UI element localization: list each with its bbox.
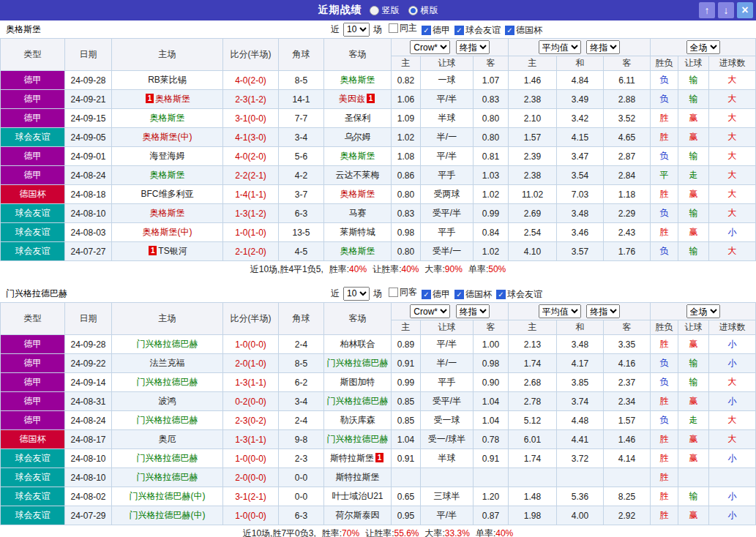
match-score: 2-0(0-0) [223,468,279,487]
draw-odds: 3.57 [557,242,604,261]
match-score: 1-3(1-1) [223,430,279,449]
match-score: 1-0(0-0) [223,449,279,468]
odds-company-select[interactable]: Crow* [410,40,450,54]
avg-select[interactable]: 平均值 [539,40,581,54]
ah-line: 半球 [421,109,474,128]
match-date: 24-08-10 [65,468,112,487]
odds-time-select[interactable]: 终指 [456,40,490,54]
away-win-odds: 1.18 [604,185,651,204]
recent-matches-table: 类型 日期 主场 比分(半场) 角球 客场 Crow* 终指 平均值 终指 全场 [0,302,756,525]
odds-company-select[interactable]: Crow* [410,304,450,318]
away-win-odds: 1.76 [604,242,651,261]
away-win-odds: 4.16 [604,354,651,373]
match-date: 24-09-22 [65,354,112,373]
team-name: 门兴格拉德巴赫 [6,288,123,300]
league-badge: 球会友谊 [1,128,65,147]
checkbox-box[interactable] [389,288,398,297]
close-button[interactable]: × [737,2,753,18]
filter-checkbox-球会友谊[interactable]: ✓球会友谊 [496,288,542,301]
ah-home-odds: 1.08 [392,147,421,166]
handicap-result: 赢 [678,335,709,354]
red-card-badge: 1 [146,94,154,103]
goals-result: 大 [709,147,756,166]
red-card-badge: 1 [375,453,383,462]
checkbox-box[interactable]: ✓ [496,290,506,299]
avg-time-select[interactable]: 终指 [586,40,620,54]
goals-result: 小 [709,392,756,411]
home-team: 波鸿 [112,392,223,411]
checkbox-box[interactable]: ✓ [454,290,464,299]
ah-away-odds: 0.87 [474,506,509,525]
corner-count: 6-3 [279,506,324,525]
match-row: 德甲24-08-24门兴格拉德巴赫2-3(0-2)2-4勒沃库森0.85受一球1… [1,411,756,430]
ah-home-odds: 0.80 [392,242,421,261]
home-team: 门兴格拉德巴赫 [112,335,223,354]
layout-horizontal-option[interactable]: 横版 [408,4,438,17]
col-away: 客场 [324,303,392,335]
checkbox-label: 同客 [400,286,417,298]
filter-checkbox-德甲[interactable]: ✓德甲 [422,24,450,37]
europe-odds-header: 平均值 终指 [509,303,651,320]
corner-count: 6-2 [279,373,324,392]
scope-select[interactable]: 全场 [686,40,720,54]
ah-line: 受半/一 [421,242,474,261]
col-handicap-result: 让球 [678,56,709,71]
ah-home-odds: 0.80 [392,185,421,204]
ah-away-odds: 0.91 [474,449,509,468]
col-ah-away: 客 [474,320,509,335]
corner-count: 3-7 [279,185,324,204]
avg-time-select[interactable]: 终指 [586,304,620,318]
home-win-odds: 1.46 [509,71,557,90]
checkbox-box[interactable]: ✓ [422,26,431,35]
filter-checkbox-同主[interactable]: 同主 [389,22,417,34]
handicap-result: 输 [678,487,709,506]
match-result: 胜 [651,449,678,468]
col-odds-home: 主 [509,56,557,71]
checkbox-box[interactable]: ✓ [505,26,514,35]
filter-checkbox-德甲[interactable]: ✓德甲 [422,288,450,301]
checkbox-box[interactable] [389,23,398,33]
games-label: 场 [373,23,382,36]
league-badge: 球会友谊 [1,204,65,223]
match-date: 24-09-01 [65,147,112,166]
draw-odds: 3.54 [557,166,604,185]
horizontal-radio[interactable] [408,6,418,15]
col-ah-away: 客 [474,56,509,71]
move-down-button[interactable]: ↓ [718,2,734,18]
filter-checkbox-德国杯[interactable]: ✓德国杯 [454,288,492,301]
match-row: 德甲24-09-01海登海姆4-0(2-0)5-6奥格斯堡1.08平/半0.81… [1,147,756,166]
corner-count: 4-5 [279,242,324,261]
away-team: 马赛 [324,204,392,223]
checkbox-box[interactable]: ✓ [422,290,431,299]
move-up-button[interactable]: ↑ [699,2,715,18]
ah-away-odds: 1.02 [474,242,509,261]
away-team-name: 门兴格拉德巴赫 [327,434,389,444]
avg-select[interactable]: 平均值 [539,304,581,318]
section-home-team: 奥格斯堡 近 10 场 同主✓德甲✓球会友谊✓德国杯 类型 日期 主场 比分(半… [0,20,756,277]
away-win-odds: 1.57 [604,411,651,430]
scope-select[interactable]: 全场 [686,304,720,318]
draw-odds [557,468,604,487]
match-count-select[interactable]: 10 [343,287,370,301]
checkbox-box[interactable]: ✓ [454,26,464,35]
corner-count: 0-0 [279,487,324,506]
summary-prefix: 近10场,胜7平0负3, [243,527,316,537]
odds-time-select[interactable]: 终指 [456,304,490,318]
corner-count: 7-7 [279,109,324,128]
ah-away-odds: 1.02 [474,185,509,204]
league-badge: 球会友谊 [1,487,65,506]
layout-vertical-option[interactable]: 竖版 [370,4,400,17]
filter-checkbox-同客[interactable]: 同客 [389,286,417,298]
vertical-radio[interactable] [370,6,379,15]
filter-checkbox-德国杯[interactable]: ✓德国杯 [505,24,542,37]
league-filter-checkboxes: 同主✓德甲✓球会友谊✓德国杯 [384,22,542,37]
ah-away-odds [474,468,509,487]
match-count-select[interactable]: 10 [343,23,370,37]
col-ah-line: 让球 [421,320,474,335]
col-ah-line: 让球 [421,56,474,71]
checkbox-label: 德甲 [433,24,450,37]
filter-checkbox-球会友谊[interactable]: ✓球会友谊 [454,24,501,37]
match-score: 2-3(0-2) [223,411,279,430]
match-score: 1-0(0-0) [223,506,279,525]
goals-result: 小 [709,354,756,373]
